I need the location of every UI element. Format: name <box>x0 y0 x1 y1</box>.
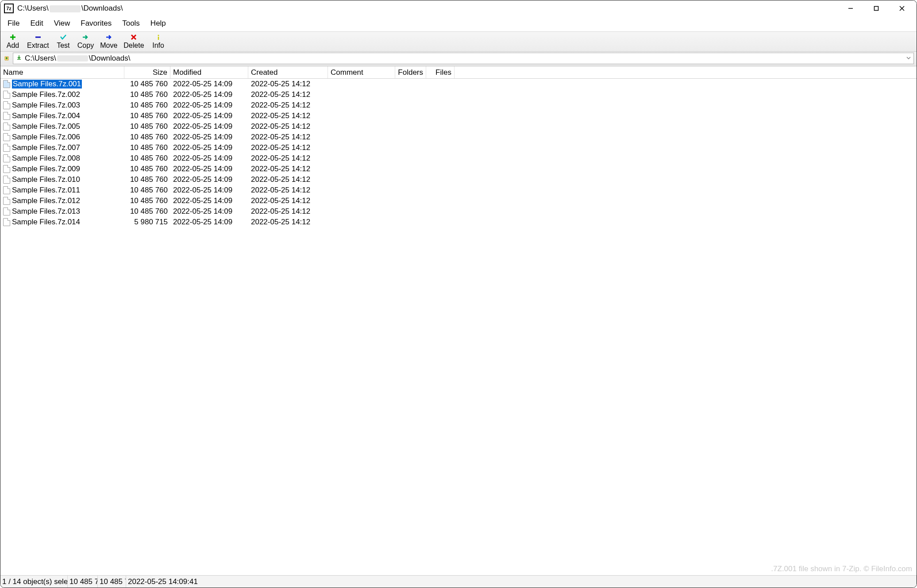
address-input[interactable]: C:\Users\\Downloads\ <box>13 53 914 64</box>
file-modified: 2022-05-25 14:09 <box>170 133 248 142</box>
file-size: 10 485 760 <box>124 207 170 216</box>
menu-tools[interactable]: Tools <box>117 17 145 30</box>
file-row[interactable]: Sample Files.7z.01110 485 7602022-05-25 … <box>0 185 917 196</box>
file-created: 2022-05-25 14:12 <box>248 133 328 142</box>
file-row[interactable]: Sample Files.7z.00110 485 7602022-05-25 … <box>0 79 917 89</box>
file-name: Sample Files.7z.008 <box>12 154 80 163</box>
file-name: Sample Files.7z.005 <box>12 122 80 131</box>
file-created: 2022-05-25 14:12 <box>248 165 328 173</box>
file-created: 2022-05-25 14:12 <box>248 175 328 184</box>
minimize-button[interactable] <box>838 0 863 16</box>
file-name: Sample Files.7z.013 <box>12 207 80 216</box>
file-row[interactable]: Sample Files.7z.01310 485 7602022-05-25 … <box>0 206 917 217</box>
extract-label: Extract <box>27 42 49 50</box>
file-name: Sample Files.7z.014 <box>12 218 80 227</box>
file-size: 10 485 760 <box>124 165 170 173</box>
file-name: Sample Files.7z.007 <box>12 143 80 152</box>
file-row[interactable]: Sample Files.7z.01010 485 7602022-05-25 … <box>0 174 917 185</box>
file-modified: 2022-05-25 14:09 <box>170 80 248 88</box>
file-created: 2022-05-25 14:12 <box>248 218 328 227</box>
copy-button[interactable]: Copy <box>76 33 96 50</box>
file-icon <box>3 218 10 226</box>
file-created: 2022-05-25 14:12 <box>248 186 328 195</box>
menubar: FileEditViewFavoritesToolsHelp <box>0 16 917 31</box>
menu-help[interactable]: Help <box>145 17 171 30</box>
col-header-comment[interactable]: Comment <box>328 66 395 78</box>
file-icon <box>3 197 10 205</box>
file-modified: 2022-05-25 14:09 <box>170 196 248 205</box>
file-size: 10 485 760 <box>124 186 170 195</box>
file-list[interactable]: Sample Files.7z.00110 485 7602022-05-25 … <box>0 79 917 575</box>
menu-edit[interactable]: Edit <box>25 17 48 30</box>
file-name: Sample Files.7z.004 <box>12 111 80 120</box>
file-row[interactable]: Sample Files.7z.00710 485 7602022-05-25 … <box>0 142 917 153</box>
address-text: C:\Users\\Downloads\ <box>25 54 904 63</box>
add-button[interactable]: Add <box>3 33 23 50</box>
file-modified: 2022-05-25 14:09 <box>170 218 248 227</box>
file-created: 2022-05-25 14:12 <box>248 207 328 216</box>
file-row[interactable]: Sample Files.7z.00910 485 7602022-05-25 … <box>0 164 917 174</box>
delete-button[interactable]: Delete <box>122 33 146 50</box>
menu-favorites[interactable]: Favorites <box>75 17 117 30</box>
file-row[interactable]: Sample Files.7z.00610 485 7602022-05-25 … <box>0 132 917 142</box>
window-title: C:\Users\\Downloads\ <box>17 4 123 13</box>
file-size: 10 485 760 <box>124 154 170 163</box>
test-button[interactable]: Test <box>54 33 73 50</box>
redacted-user <box>50 5 81 12</box>
file-icon <box>3 133 10 141</box>
file-icon <box>3 80 10 88</box>
move-icon <box>105 33 113 42</box>
svg-rect-1 <box>875 7 878 11</box>
svg-rect-5 <box>158 37 158 40</box>
toolbar: AddExtractTestCopyMoveDeleteInfo <box>0 31 917 52</box>
menu-view[interactable]: View <box>49 17 76 30</box>
file-size: 10 485 760 <box>124 143 170 152</box>
file-modified: 2022-05-25 14:09 <box>170 175 248 184</box>
maximize-button[interactable] <box>863 0 889 16</box>
menu-file[interactable]: File <box>2 17 25 30</box>
address-suffix: \Downloads\ <box>89 54 131 63</box>
file-modified: 2022-05-25 14:09 <box>170 154 248 163</box>
file-size: 10 485 760 <box>124 111 170 120</box>
file-size: 10 485 760 <box>124 80 170 88</box>
extract-button[interactable]: Extract <box>25 33 51 50</box>
file-created: 2022-05-25 14:12 <box>248 101 328 110</box>
file-row[interactable]: Sample Files.7z.00410 485 7602022-05-25 … <box>0 111 917 121</box>
file-row[interactable]: Sample Files.7z.00210 485 7602022-05-25 … <box>0 89 917 100</box>
file-row[interactable]: Sample Files.7z.00510 485 7602022-05-25 … <box>0 121 917 132</box>
file-created: 2022-05-25 14:12 <box>248 143 328 152</box>
file-icon <box>3 186 10 194</box>
file-created: 2022-05-25 14:12 <box>248 111 328 120</box>
file-row[interactable]: Sample Files.7z.0145 980 7152022-05-25 1… <box>0 217 917 227</box>
close-button[interactable] <box>889 0 915 16</box>
file-icon <box>3 154 10 162</box>
col-header-size[interactable]: Size <box>124 66 170 78</box>
extract-icon <box>34 33 42 42</box>
file-row[interactable]: Sample Files.7z.01210 485 7602022-05-25 … <box>0 196 917 206</box>
file-icon <box>3 165 10 173</box>
file-row[interactable]: Sample Files.7z.00310 485 7602022-05-25 … <box>0 100 917 111</box>
move-button[interactable]: Move <box>98 33 119 50</box>
file-modified: 2022-05-25 14:09 <box>170 101 248 110</box>
title-prefix: C:\Users\ <box>17 4 49 12</box>
file-row[interactable]: Sample Files.7z.00810 485 7602022-05-25 … <box>0 153 917 164</box>
col-header-created[interactable]: Created <box>248 66 328 78</box>
up-one-level-button[interactable] <box>3 55 10 62</box>
col-header-files[interactable]: Files <box>426 66 455 78</box>
test-icon <box>59 33 67 42</box>
file-modified: 2022-05-25 14:09 <box>170 111 248 120</box>
col-header-modified[interactable]: Modified <box>170 66 248 78</box>
delete-label: Delete <box>123 42 144 50</box>
address-dropdown-icon[interactable] <box>906 55 911 61</box>
file-size: 10 485 760 <box>124 122 170 131</box>
add-icon <box>9 33 17 42</box>
col-header-name[interactable]: Name <box>0 66 124 78</box>
info-icon <box>154 33 162 42</box>
file-name: Sample Files.7z.002 <box>12 90 80 99</box>
info-button[interactable]: Info <box>149 33 168 50</box>
col-header-folders[interactable]: Folders <box>395 66 426 78</box>
file-modified: 2022-05-25 14:09 <box>170 143 248 152</box>
file-size: 10 485 760 <box>124 196 170 205</box>
status-selected-size: 10 485 7 <box>68 576 98 588</box>
title-suffix: \Downloads\ <box>81 4 123 12</box>
